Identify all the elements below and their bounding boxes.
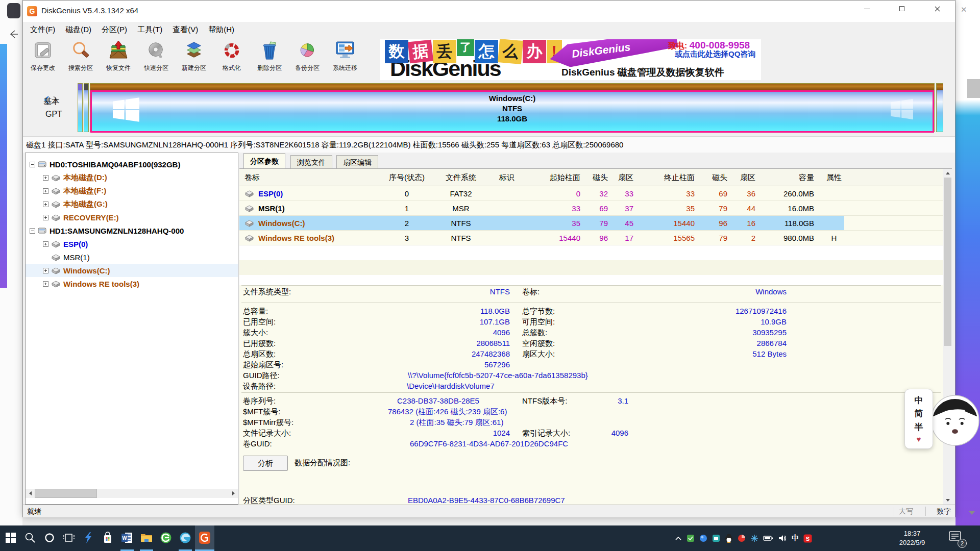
panel-vertical-scrollbar[interactable] (943, 169, 952, 505)
taskbar-search-button[interactable] (20, 525, 40, 551)
menu-item-tools[interactable]: 工具(T) (132, 22, 167, 37)
column-header-8[interactable]: 磁头 (697, 169, 727, 186)
scroll-up-icon[interactable] (943, 169, 952, 178)
tab-sector-edit[interactable]: 扇区编辑 (336, 155, 378, 168)
column-header-5[interactable]: 磁头 (582, 169, 608, 186)
scrollbar-thumb[interactable] (944, 178, 951, 346)
tab-browse-files[interactable]: 浏览文件 (290, 155, 332, 168)
search-partition-button[interactable]: 搜索分区 (62, 37, 100, 80)
heart-icon[interactable]: ♥ (917, 435, 921, 443)
taskbar-task-view-button[interactable] (59, 525, 79, 551)
tree-item-8[interactable]: Windows(C:) (26, 264, 238, 277)
table-row[interactable]: MSR(1)1MSR33693735794416.0MB (239, 201, 952, 216)
menu-item-disk[interactable]: 磁盘(D) (60, 22, 96, 37)
tree-item-9[interactable]: Windows RE tools(3) (26, 277, 238, 290)
scrollbar-thumb[interactable] (35, 489, 97, 498)
tree-item-7[interactable]: MSR(1) (26, 251, 238, 264)
system-migration-button[interactable]: 系统迁移 (326, 37, 364, 80)
scroll-down-icon[interactable] (943, 496, 952, 505)
table-row[interactable]: Windows(C:)2NTFS357945154409616118.0GB (239, 216, 952, 231)
battery-icon[interactable] (763, 535, 773, 541)
maximize-button[interactable] (890, 1, 914, 17)
red-pinwheel-icon[interactable] (738, 534, 746, 542)
expand-icon[interactable] (43, 268, 48, 273)
column-header-3[interactable]: 标识 (491, 169, 523, 186)
ime-toolbar[interactable]: 中简半♥ (904, 389, 933, 449)
column-header-0[interactable]: 卷标 (244, 169, 378, 186)
green-app-icon[interactable] (687, 534, 695, 542)
taskbar-edge-button[interactable] (176, 525, 195, 551)
scroll-left-icon[interactable] (26, 489, 35, 498)
taskbar-file-explorer-button[interactable] (137, 525, 156, 551)
blue-ball-icon[interactable] (699, 534, 707, 542)
recover-files-button[interactable]: 恢复文件 (100, 37, 137, 80)
partition-block-esp[interactable] (78, 83, 83, 132)
delete-partition-button[interactable]: 删除分区 (251, 37, 288, 80)
tree-item-1[interactable]: 本地磁盘(D:) (26, 171, 238, 184)
ime-mode-1[interactable]: 简 (915, 408, 923, 419)
expand-icon[interactable] (43, 175, 48, 181)
tab-partition-params[interactable]: 分区参数 (243, 153, 285, 168)
scroll-right-icon[interactable] (229, 489, 238, 498)
taskbar-cortana-button[interactable] (40, 525, 59, 551)
column-header-6[interactable]: 扇区 (610, 169, 633, 186)
collapse-icon[interactable] (30, 162, 35, 167)
column-header-10[interactable]: 容量 (757, 169, 814, 186)
close-button[interactable] (925, 1, 949, 17)
taskbar-store-button[interactable] (98, 525, 117, 551)
format-button[interactable]: 格式化 (213, 37, 251, 80)
snowflake-icon[interactable] (750, 534, 758, 542)
collapse-icon[interactable] (30, 228, 35, 234)
table-row[interactable]: ESP(0)0FAT3203233336936260.0MB (239, 186, 952, 201)
ime-language-icon[interactable]: 中 (792, 534, 799, 543)
taskbar-clock[interactable]: 18:37 2022/5/9 (891, 529, 934, 547)
menu-item-help[interactable]: 帮助(H) (203, 22, 239, 37)
tree-item-4[interactable]: RECOVERY(E:) (26, 211, 238, 224)
ime-mascot-avatar[interactable] (930, 394, 980, 447)
quick-partition-button[interactable]: 快速分区 (137, 37, 175, 80)
minimize-button[interactable] (855, 1, 878, 17)
menu-item-file[interactable]: 文件(F) (25, 22, 60, 37)
expand-icon[interactable] (43, 202, 48, 207)
ime-mode-0[interactable]: 中 (915, 394, 923, 406)
partition-block-msr[interactable] (84, 83, 89, 132)
sogou-icon[interactable]: S (803, 534, 812, 543)
tree-item-5[interactable]: HD1:SAMSUNGMZNLN128HAHQ-000 (26, 224, 238, 237)
taskbar-flash-button[interactable] (79, 525, 98, 551)
column-header-4[interactable]: 起始柱面 (525, 169, 580, 186)
taskbar-word-button[interactable]: W (117, 525, 137, 551)
column-header-11[interactable]: 属性 (816, 169, 852, 186)
ad-qq-link[interactable]: 或点击此处选择QQ咨询 (675, 49, 755, 59)
teal-app-icon[interactable] (712, 534, 720, 542)
ime-mode-2[interactable]: 半 (915, 421, 923, 433)
chevron-up-icon[interactable] (675, 536, 682, 541)
notification-center-button[interactable]: 2 (945, 531, 966, 546)
menu-item-partition[interactable]: 分区(P) (96, 22, 132, 37)
volume-icon[interactable] (778, 534, 787, 542)
qq-penguin-icon[interactable] (725, 534, 733, 543)
backup-partition-button[interactable]: 备份分区 (288, 37, 326, 80)
taskbar-browser-360-button[interactable] (156, 525, 176, 551)
expand-icon[interactable] (43, 241, 48, 247)
new-partition-button[interactable]: 新建分区 (175, 37, 213, 80)
column-header-9[interactable]: 扇区 (729, 169, 755, 186)
menu-item-view[interactable]: 查看(V) (167, 22, 203, 37)
tree-horizontal-scrollbar[interactable] (26, 489, 238, 498)
taskbar-start-button[interactable] (1, 525, 20, 551)
partition-block-re-tools[interactable] (936, 83, 943, 132)
expand-icon[interactable] (43, 281, 48, 287)
tree-item-0[interactable]: HD0:TOSHIBAMQ04ABF100(932GB) (26, 158, 238, 171)
tree-item-3[interactable]: 本地磁盘(G:) (26, 197, 238, 211)
table-row[interactable]: Windows RE tools(3)3NTFS1544096171556579… (239, 231, 952, 245)
save-changes-button[interactable]: 保存更改 (24, 37, 62, 80)
column-header-1[interactable]: 序号(状态) (382, 169, 431, 186)
expand-icon[interactable] (43, 188, 48, 194)
expand-icon[interactable] (43, 215, 48, 220)
taskbar-diskgenius-button[interactable] (195, 525, 214, 551)
column-header-2[interactable]: 文件系统 (435, 169, 486, 186)
analyze-button[interactable]: 分析 (243, 456, 288, 471)
column-header-7[interactable]: 终止柱面 (635, 169, 695, 186)
ad-banner[interactable]: 数据丢了怎么办！ DiskGenius DiskGenius DiskGeniu… (380, 39, 761, 80)
tree-item-6[interactable]: ESP(0) (26, 237, 238, 251)
tree-item-2[interactable]: 本地磁盘(F:) (26, 184, 238, 197)
